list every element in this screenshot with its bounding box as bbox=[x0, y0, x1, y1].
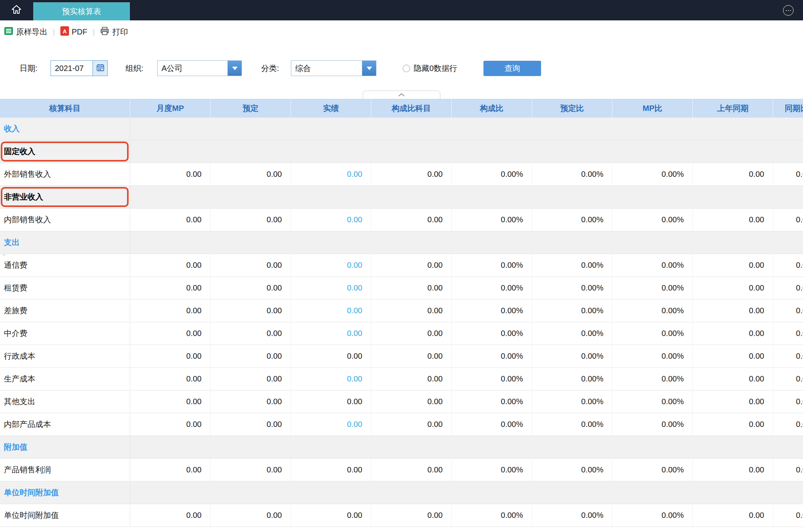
hide-zero-rows-label: 隐藏0数据行 bbox=[414, 63, 457, 74]
table-cell: 0.00% bbox=[452, 345, 532, 367]
tab-budget-actual-report[interactable]: 预实核算表 bbox=[33, 2, 130, 20]
row-label: 内部产品成本 bbox=[0, 413, 130, 436]
table-cell: 0.00 bbox=[371, 504, 452, 527]
chevron-down-icon bbox=[367, 67, 372, 70]
hide-zero-rows-toggle[interactable]: 隐藏0数据行 bbox=[403, 60, 457, 76]
column-header: MP比 bbox=[612, 99, 693, 118]
table-cell bbox=[532, 186, 612, 208]
table-cell: 0.00% bbox=[452, 413, 532, 436]
table-row: 差旅费0.000.000.000.000.00%0.00%0.00%0.000.… bbox=[0, 300, 803, 322]
table-cell: 0.00 bbox=[130, 390, 211, 413]
actual-value-link[interactable]: 0.00 bbox=[291, 277, 371, 299]
table-cell bbox=[211, 186, 291, 208]
actual-value-link[interactable]: 0.00 bbox=[291, 254, 371, 276]
table-header-row: 核算科目月度MP预定实绩构成比科目构成比预定比MP比上年同期同期比 bbox=[0, 99, 803, 118]
table-cell: 0.00% bbox=[532, 345, 612, 367]
table-cell: 0.00 bbox=[130, 300, 211, 322]
column-header: 核算科目 bbox=[0, 99, 130, 118]
table-cell: 0.00% bbox=[532, 368, 612, 390]
table-cell: 0.00 bbox=[371, 390, 452, 413]
actual-value-link[interactable]: 0.00 bbox=[291, 300, 371, 322]
table-cell bbox=[612, 118, 693, 140]
export-excel-button[interactable]: 原样导出 bbox=[4, 26, 47, 38]
org-select[interactable]: A公司 bbox=[157, 60, 242, 76]
table-row: 租赁费0.000.000.000.000.00%0.00%0.00%0.000.… bbox=[0, 277, 803, 300]
table-cell: 0.00% bbox=[612, 459, 693, 481]
category-select-value: 综合 bbox=[291, 61, 362, 76]
table-cell: 0.00 bbox=[773, 368, 803, 390]
report-table: 核算科目月度MP预定实绩构成比科目构成比预定比MP比上年同期同期比 收入固定收入… bbox=[0, 99, 803, 527]
category-select-dropdown-button[interactable] bbox=[362, 61, 376, 76]
calendar-button[interactable] bbox=[93, 61, 107, 76]
org-select-dropdown-button[interactable] bbox=[227, 61, 242, 76]
table-cell: 0.00 bbox=[773, 277, 803, 299]
table-cell: 0.00 bbox=[211, 163, 291, 185]
table-cell: 0.00 bbox=[130, 459, 211, 481]
category-select[interactable]: 综合 bbox=[291, 60, 376, 76]
column-header: 构成比 bbox=[452, 99, 532, 118]
row-label[interactable]: 单位时间附加值 bbox=[0, 481, 130, 504]
table-cell: 0.00% bbox=[532, 254, 612, 276]
table-cell bbox=[211, 118, 291, 140]
table-cell: 0.00 bbox=[371, 413, 452, 436]
table-cell: 0.00 bbox=[693, 368, 773, 390]
tab-label: 预实核算表 bbox=[62, 6, 101, 17]
row-label[interactable]: 附加值 bbox=[0, 436, 130, 458]
row-label[interactable]: 收入 bbox=[0, 118, 130, 140]
toolbar-divider: | bbox=[53, 28, 55, 36]
table-cell: 0.00% bbox=[532, 504, 612, 527]
table-cell: 0.00 bbox=[773, 413, 803, 436]
more-options-button[interactable]: ⋯ bbox=[783, 5, 794, 16]
table-cell bbox=[693, 231, 773, 254]
export-pdf-button[interactable]: A PDF bbox=[60, 26, 87, 38]
actual-value-link[interactable]: 0.00 bbox=[291, 163, 371, 185]
row-label: 单位时间附加值 bbox=[0, 504, 130, 527]
table-cell: 0.00 bbox=[773, 254, 803, 276]
table-row: 通信费¨0.000.000.000.000.00%0.00%0.00%0.000… bbox=[0, 254, 803, 277]
row-label[interactable]: 支出 bbox=[0, 231, 130, 254]
column-header: 构成比科目 bbox=[371, 99, 452, 118]
table-cell: 0.00% bbox=[612, 504, 693, 527]
date-value: 2021-07 bbox=[51, 61, 93, 76]
table-cell: 0.00% bbox=[532, 209, 612, 231]
table-cell: 0.00 bbox=[693, 504, 773, 527]
table-cell: 0.00 bbox=[130, 322, 211, 345]
chevron-down-icon bbox=[232, 67, 238, 70]
table-row: 中介费0.000.000.000.000.00%0.00%0.00%0.000.… bbox=[0, 322, 803, 345]
table-cell bbox=[693, 481, 773, 504]
category-label: 分类: bbox=[261, 60, 279, 76]
org-select-value: A公司 bbox=[158, 61, 227, 76]
table-cell: 0.00 bbox=[693, 254, 773, 276]
collapse-panel-handle[interactable] bbox=[363, 91, 440, 99]
table-cell bbox=[612, 231, 693, 254]
table-cell: 0.00% bbox=[612, 390, 693, 413]
export-excel-label: 原样导出 bbox=[16, 27, 47, 37]
date-input[interactable]: 2021-07 bbox=[51, 60, 108, 76]
table-cell bbox=[291, 140, 371, 163]
date-label: 日期: bbox=[20, 60, 38, 76]
table-cell: 0.00% bbox=[452, 300, 532, 322]
actual-value-link[interactable]: 0.00 bbox=[291, 209, 371, 231]
table-cell bbox=[773, 231, 803, 254]
table-cell bbox=[612, 436, 693, 458]
table-cell: 0.00% bbox=[452, 504, 532, 527]
actual-value-link[interactable]: 0.00 bbox=[291, 368, 371, 390]
printer-icon bbox=[100, 26, 109, 38]
table-cell: 0.00% bbox=[452, 368, 532, 390]
toolbar-divider: | bbox=[93, 28, 95, 36]
home-icon bbox=[11, 5, 22, 16]
table-row: 支出 bbox=[0, 231, 803, 254]
table-cell bbox=[130, 186, 211, 208]
table-cell: 0.00% bbox=[612, 345, 693, 367]
actual-value-link[interactable]: 0.00 bbox=[291, 413, 371, 436]
table-cell bbox=[452, 140, 532, 163]
query-button[interactable]: 查询 bbox=[483, 61, 541, 76]
table-cell bbox=[532, 481, 612, 504]
print-button[interactable]: 打印 bbox=[100, 26, 128, 38]
home-button[interactable] bbox=[8, 0, 25, 20]
table-cell: 0.00 bbox=[211, 209, 291, 231]
table-cell: 0.00 bbox=[693, 300, 773, 322]
table-cell: 0.00% bbox=[612, 413, 693, 436]
actual-value-link[interactable]: 0.00 bbox=[291, 322, 371, 345]
table-cell bbox=[612, 481, 693, 504]
